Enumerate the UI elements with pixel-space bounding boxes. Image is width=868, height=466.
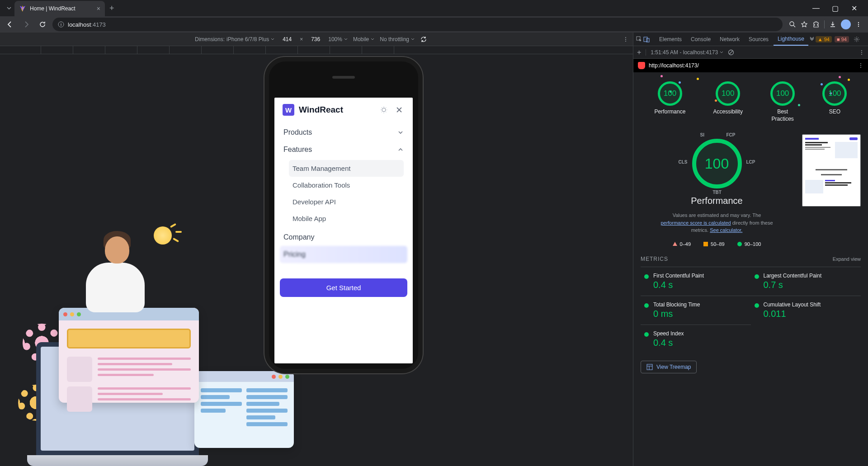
hero-illustration	[18, 263, 289, 466]
toolbar-actions	[786, 19, 864, 29]
status-dot-icon	[644, 274, 649, 279]
report-timestamp[interactable]: 1:51:45 AM - localhost:4173	[651, 49, 723, 56]
menu-item-company[interactable]: Company	[280, 229, 407, 246]
view-treemap-button[interactable]: View Treemap	[641, 361, 697, 373]
lh-url-menu-icon[interactable]	[858, 63, 863, 68]
metric-cls[interactable]: Cumulative Layout Shift0.011	[751, 296, 861, 325]
expand-view-link[interactable]: Expand view	[833, 256, 861, 262]
device-type-select[interactable]: Mobile	[353, 36, 374, 42]
forward-button[interactable]	[20, 18, 33, 31]
zoom-select[interactable]: 100%	[328, 36, 348, 42]
height-input[interactable]: 736	[308, 36, 323, 42]
svg-rect-23	[647, 364, 652, 370]
svg-point-19	[861, 54, 862, 55]
settings-icon[interactable]	[852, 36, 862, 42]
svg-point-5	[625, 37, 626, 38]
metric-fcp[interactable]: First Contentful Paint0.4 s	[641, 267, 751, 296]
theme-toggle-icon[interactable]	[378, 104, 389, 115]
error-badge[interactable]: ■ 94	[835, 36, 849, 42]
tab-console[interactable]: Console	[687, 33, 715, 45]
extensions-icon[interactable]	[812, 21, 820, 28]
warning-badge[interactable]: ▲ 94	[816, 36, 832, 42]
gauge-performance[interactable]: 100 Performance	[655, 81, 686, 122]
tab-elements[interactable]: Elements	[655, 33, 686, 45]
profile-avatar[interactable]	[841, 19, 851, 29]
status-dot-icon	[644, 332, 649, 337]
menu-item-features[interactable]: Features	[280, 141, 407, 158]
new-tab-button[interactable]: +	[105, 4, 119, 13]
gauge-best-practices[interactable]: 100 Best Practices	[770, 81, 795, 122]
zoom-icon[interactable]	[789, 21, 796, 28]
app-screen: W WindReact Products Features	[274, 98, 413, 363]
browser-toolbar: localhost:4173	[0, 16, 868, 33]
minimize-button[interactable]: —	[809, 4, 823, 13]
gauge-score: 100	[658, 81, 682, 106]
tab-list-dropdown[interactable]	[4, 3, 14, 14]
inspect-icon[interactable]	[636, 36, 642, 42]
see-calculator-link[interactable]: See calculator.	[710, 227, 742, 233]
score-calc-link[interactable]: performance score is calculated	[660, 220, 731, 226]
gauge-seo[interactable]: 100 SEO	[822, 81, 847, 122]
site-info-icon[interactable]	[58, 21, 64, 28]
gauge-score: 100	[716, 81, 740, 106]
device-toolbar: Dimensions: iPhone 6/7/8 Plus 414 × 736 …	[0, 33, 633, 46]
throttling-select[interactable]: No throttling	[380, 36, 415, 42]
gauge-accessibility[interactable]: 100 Accessibility	[713, 81, 743, 122]
menu-item-products[interactable]: Products	[280, 124, 407, 141]
menu-icon[interactable]	[855, 21, 862, 28]
get-started-button[interactable]: Get Started	[280, 278, 407, 297]
tab-title: Home | WindReact	[30, 5, 93, 12]
menu-item-pricing[interactable]: Pricing	[280, 246, 407, 263]
submenu-mobile-app[interactable]: Mobile App	[289, 210, 404, 227]
devtools-panel: Elements Console Network Sources Lightho…	[633, 33, 868, 466]
submenu-developer-api[interactable]: Developer API	[289, 193, 404, 210]
score-legend: 0–49 50–89 90–100	[673, 241, 761, 247]
back-button[interactable]	[4, 18, 16, 31]
metric-tbt[interactable]: Total Blocking Time0 ms	[641, 296, 751, 325]
gauge-label: Performance	[655, 108, 686, 116]
lh-menu-icon[interactable]	[859, 50, 864, 55]
device-frame: W WindReact Products Features	[264, 57, 423, 373]
dimensions-label: Dimensions:	[195, 36, 225, 42]
width-input[interactable]: 414	[280, 36, 294, 42]
device-toolbar-menu-icon[interactable]	[623, 37, 628, 42]
device-stage: W WindReact Products Features	[0, 54, 633, 466]
lighthouse-url: http://localhost:4173/	[649, 62, 854, 69]
lighthouse-mascot-icon	[638, 62, 645, 69]
submenu-team-management[interactable]: Team Management	[289, 160, 404, 177]
close-menu-icon[interactable]	[394, 104, 405, 115]
gauge-score: 100	[822, 81, 847, 106]
browser-tab[interactable]: Home | WindReact ×	[14, 1, 105, 16]
svg-point-3	[858, 24, 859, 25]
devtools-menu-icon[interactable]	[864, 37, 868, 42]
rotate-icon[interactable]	[420, 36, 427, 43]
tab-lighthouse[interactable]: Lighthouse	[774, 33, 808, 46]
tab-close-icon[interactable]: ×	[97, 5, 100, 12]
page-screenshot-thumbnail[interactable]	[802, 134, 861, 207]
more-tabs-icon[interactable]	[809, 37, 815, 42]
devtools-tabs: Elements Console Network Sources Lightho…	[633, 33, 868, 46]
reload-button[interactable]	[36, 18, 49, 31]
submenu-collaboration-tools[interactable]: Collaboration Tools	[289, 177, 404, 193]
svg-point-4	[858, 26, 859, 27]
metric-lcp[interactable]: Largest Contentful Paint0.7 s	[751, 267, 861, 296]
clear-report-icon[interactable]	[728, 49, 734, 56]
device-mode-icon[interactable]	[643, 36, 650, 42]
tab-network[interactable]: Network	[716, 33, 744, 45]
tab-sources[interactable]: Sources	[745, 33, 773, 45]
svg-point-17	[861, 50, 862, 51]
illustration-window-pink	[59, 308, 199, 403]
illustration-person	[77, 231, 158, 321]
new-report-icon[interactable]: +	[637, 48, 641, 56]
close-window-button[interactable]: ✕	[847, 4, 861, 13]
legend-low-icon	[673, 242, 677, 246]
bookmark-icon[interactable]	[801, 21, 808, 28]
gauge-label: Best Practices	[771, 108, 793, 122]
download-icon[interactable]	[829, 21, 836, 28]
metric-si[interactable]: Speed Index0.4 s	[641, 325, 751, 353]
dimensions-select[interactable]: Dimensions: iPhone 6/7/8 Plus	[195, 36, 274, 42]
maximize-button[interactable]: ▢	[828, 4, 842, 13]
mobile-menu: Products Features Team Management Collab…	[274, 122, 413, 265]
address-bar[interactable]: localhost:4173	[52, 18, 783, 31]
menu-label: Features	[283, 146, 312, 154]
